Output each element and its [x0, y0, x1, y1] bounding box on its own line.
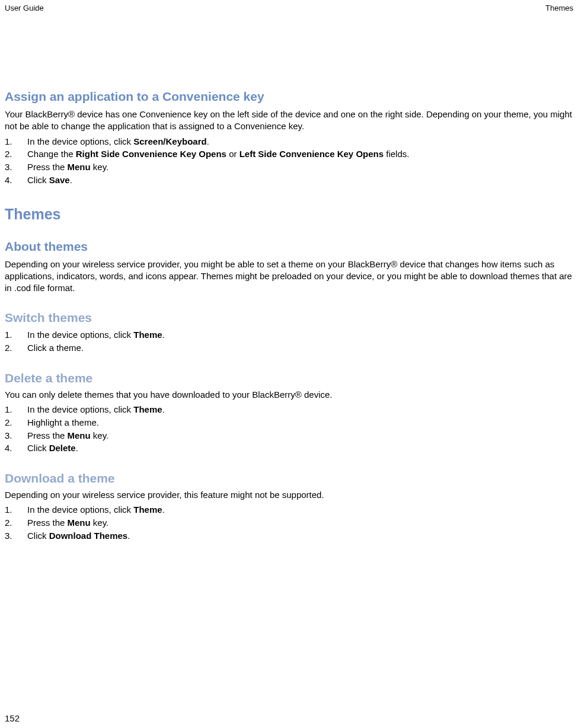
step-text-bold: Menu [68, 430, 91, 440]
steps-assign-convenience-key: In the device options, click Screen/Keyb… [5, 135, 573, 187]
intro-delete-theme: You can only delete themes that you have… [5, 389, 573, 401]
heading-about-themes: About themes [5, 240, 573, 254]
heading-switch-themes: Switch themes [5, 311, 573, 325]
step-text: Press the [27, 162, 68, 172]
step-item: Highlight a theme. [5, 416, 573, 429]
step-text: Click [27, 443, 49, 453]
step-text-bold: Left Side Convenience Key Opens [239, 149, 384, 159]
step-text-bold: Theme [133, 505, 162, 515]
step-text: In the device options, click [27, 136, 133, 146]
step-item: In the device options, click Theme. [5, 328, 573, 341]
step-text: Click a theme. [27, 343, 84, 353]
heading-download-theme: Download a theme [5, 471, 573, 486]
step-text: . [70, 175, 72, 185]
steps-download-theme: In the device options, click Theme. Pres… [5, 503, 573, 542]
step-item: Click Delete. [5, 442, 573, 455]
step-text-bold: Right Side Convenience Key Opens [76, 149, 226, 159]
step-item: Click Download Themes. [5, 529, 573, 542]
step-text-bold: Download Themes [49, 531, 128, 541]
step-text: Click [27, 175, 49, 185]
step-item: In the device options, click Theme. [5, 503, 573, 516]
step-text: In the device options, click [27, 404, 133, 414]
step-text: . [127, 531, 130, 541]
step-text-bold: Theme [133, 404, 162, 414]
steps-switch-themes: In the device options, click Theme. Clic… [5, 328, 573, 355]
heading-assign-convenience-key: Assign an application to a Convenience k… [5, 90, 573, 104]
step-text: key. [91, 518, 109, 528]
page-content: Assign an application to a Convenience k… [0, 12, 578, 542]
step-text: Click [27, 531, 49, 541]
body-about-themes: Depending on your wireless service provi… [5, 258, 573, 295]
step-item: Click Save. [5, 174, 573, 187]
step-text: key. [91, 162, 109, 172]
step-item: Press the Menu key. [5, 161, 573, 174]
step-item: Press the Menu key. [5, 429, 573, 442]
step-text: . [162, 330, 165, 340]
intro-assign-convenience-key: Your BlackBerry® device has one Convenie… [5, 108, 573, 133]
step-item: Change the Right Side Convenience Key Op… [5, 148, 573, 161]
step-text-bold: Menu [68, 162, 91, 172]
header-right: Themes [545, 4, 573, 12]
step-text: key. [91, 430, 109, 440]
step-text: . [162, 505, 165, 515]
step-text: fields. [384, 149, 409, 159]
step-text: In the device options, click [27, 330, 133, 340]
step-text: Highlight a theme. [27, 417, 99, 427]
step-text-bold: Screen/Keyboard [133, 136, 206, 146]
steps-delete-theme: In the device options, click Theme. High… [5, 403, 573, 455]
intro-download-theme: Depending on your wireless service provi… [5, 489, 573, 501]
header-left: User Guide [5, 4, 44, 12]
step-text: . [207, 136, 209, 146]
step-item: In the device options, click Screen/Keyb… [5, 135, 573, 148]
step-text-bold: Save [49, 175, 70, 185]
step-text: . [76, 443, 78, 453]
step-text: Press the [27, 518, 68, 528]
step-text: In the device options, click [27, 505, 133, 515]
heading-themes: Themes [5, 206, 573, 223]
page-header: User Guide Themes [0, 0, 578, 12]
step-text-bold: Delete [49, 443, 76, 453]
step-text-bold: Menu [68, 518, 91, 528]
step-text: Change the [27, 149, 76, 159]
page-number: 152 [5, 713, 20, 723]
step-item: Click a theme. [5, 341, 573, 355]
step-item: In the device options, click Theme. [5, 403, 573, 416]
step-text: or [226, 149, 239, 159]
step-text: Press the [27, 430, 68, 440]
heading-delete-theme: Delete a theme [5, 371, 573, 385]
step-text-bold: Theme [133, 330, 162, 340]
step-item: Press the Menu key. [5, 516, 573, 529]
step-text: . [162, 404, 165, 414]
